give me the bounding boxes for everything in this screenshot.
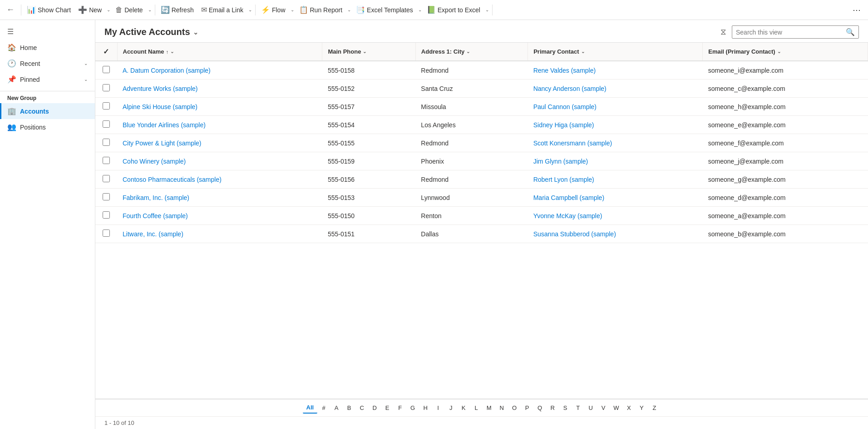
alpha-item-f[interactable]: F bbox=[394, 403, 406, 413]
alpha-item-q[interactable]: Q bbox=[533, 403, 546, 413]
table-row[interactable]: Alpine Ski House (sample) 555-0157 Misso… bbox=[95, 98, 868, 116]
row-checkbox-8[interactable] bbox=[103, 211, 110, 219]
filter-button[interactable]: ⧖ bbox=[719, 25, 728, 39]
account-name-cell[interactable]: Coho Winery (sample) bbox=[117, 152, 322, 170]
alpha-item-z[interactable]: Z bbox=[648, 403, 661, 413]
sidebar-item-pinned[interactable]: 📌 Pinned ⌄ bbox=[0, 71, 95, 87]
table-row[interactable]: Fabrikam, Inc. (sample) 555-0153 Lynnwoo… bbox=[95, 189, 868, 207]
more-options-button[interactable]: ⋯ bbox=[849, 3, 864, 17]
alpha-item-j[interactable]: J bbox=[444, 403, 457, 413]
primary-contact-cell[interactable]: Yvonne McKay (sample) bbox=[528, 207, 703, 225]
flow-button[interactable]: ⚡ Flow bbox=[257, 4, 289, 16]
alpha-item-v[interactable]: V bbox=[597, 403, 610, 413]
primary-contact-filter-icon[interactable]: ⌄ bbox=[581, 49, 585, 54]
sidebar-item-recent[interactable]: 🕐 Recent ⌄ bbox=[0, 55, 95, 71]
alpha-item-m[interactable]: M bbox=[483, 403, 495, 413]
row-checkbox-1[interactable] bbox=[103, 84, 110, 91]
new-dropdown-chevron[interactable]: ⌄ bbox=[105, 5, 112, 14]
primary-contact-column-header[interactable]: Primary Contact ⌄ bbox=[528, 43, 703, 61]
new-button[interactable]: ➕ New bbox=[74, 4, 105, 16]
table-row[interactable]: Contoso Pharmaceuticals (sample) 555-015… bbox=[95, 170, 868, 189]
row-checkbox-3[interactable] bbox=[103, 120, 110, 128]
alpha-item-w[interactable]: W bbox=[610, 403, 622, 413]
account-name-cell[interactable]: Fourth Coffee (sample) bbox=[117, 207, 322, 225]
table-row[interactable]: City Power & Light (sample) 555-0155 Red… bbox=[95, 134, 868, 152]
alpha-item-e[interactable]: E bbox=[381, 403, 394, 413]
account-name-cell[interactable]: Litware, Inc. (sample) bbox=[117, 225, 322, 243]
row-checkbox-9[interactable] bbox=[103, 229, 110, 237]
alpha-item-o[interactable]: O bbox=[508, 403, 521, 413]
show-chart-button[interactable]: 📊 Show Chart bbox=[23, 4, 74, 16]
primary-contact-cell[interactable]: Maria Campbell (sample) bbox=[528, 189, 703, 207]
primary-contact-cell[interactable]: Sidney Higa (sample) bbox=[528, 116, 703, 134]
excel-templates-dropdown-chevron[interactable]: ⌄ bbox=[417, 5, 423, 14]
sidebar-item-home[interactable]: 🏠 Home bbox=[0, 40, 95, 55]
row-checkbox-2[interactable] bbox=[103, 102, 110, 110]
run-report-dropdown-chevron[interactable]: ⌄ bbox=[346, 5, 352, 14]
alpha-item-all[interactable]: All bbox=[303, 402, 318, 414]
back-button[interactable]: ← bbox=[4, 3, 17, 16]
primary-contact-cell[interactable]: Robert Lyon (sample) bbox=[528, 170, 703, 189]
alpha-item-l[interactable]: L bbox=[470, 403, 483, 413]
table-row[interactable]: Fourth Coffee (sample) 555-0150 Renton Y… bbox=[95, 207, 868, 225]
select-all-checkmark[interactable]: ✓ bbox=[103, 47, 109, 56]
table-row[interactable]: Coho Winery (sample) 555-0159 Phoenix Ji… bbox=[95, 152, 868, 170]
email-link-button[interactable]: ✉ Email a Link bbox=[197, 4, 247, 16]
flow-dropdown-chevron[interactable]: ⌄ bbox=[289, 5, 296, 14]
alpha-item-b[interactable]: B bbox=[343, 403, 355, 413]
delete-button[interactable]: 🗑 Delete bbox=[112, 4, 146, 16]
primary-contact-cell[interactable]: Rene Valdes (sample) bbox=[528, 61, 703, 80]
email-column-header[interactable]: Email (Primary Contact) ⌄ bbox=[703, 43, 868, 61]
alpha-item-c[interactable]: C bbox=[355, 403, 368, 413]
main-phone-column-header[interactable]: Main Phone ⌄ bbox=[322, 43, 415, 61]
account-name-column-header[interactable]: Account Name ↑ ⌄ bbox=[117, 43, 322, 61]
primary-contact-cell[interactable]: Susanna Stubberod (sample) bbox=[528, 225, 703, 243]
primary-contact-cell[interactable]: Jim Glynn (sample) bbox=[528, 152, 703, 170]
alpha-item-n[interactable]: N bbox=[495, 403, 508, 413]
row-checkbox-4[interactable] bbox=[103, 139, 110, 146]
alpha-item-x[interactable]: X bbox=[622, 403, 635, 413]
alpha-item-i[interactable]: I bbox=[432, 403, 444, 413]
alpha-item-g[interactable]: G bbox=[406, 403, 419, 413]
account-name-cell[interactable]: City Power & Light (sample) bbox=[117, 134, 322, 152]
account-name-filter-icon[interactable]: ⌄ bbox=[170, 49, 174, 54]
alpha-item-h[interactable]: H bbox=[419, 403, 432, 413]
alpha-item-d[interactable]: D bbox=[368, 403, 381, 413]
table-row[interactable]: Litware, Inc. (sample) 555-0151 Dallas S… bbox=[95, 225, 868, 243]
row-checkbox-6[interactable] bbox=[103, 175, 110, 182]
account-name-cell[interactable]: Blue Yonder Airlines (sample) bbox=[117, 116, 322, 134]
city-filter-icon[interactable]: ⌄ bbox=[466, 49, 470, 54]
account-name-cell[interactable]: Adventure Works (sample) bbox=[117, 80, 322, 98]
primary-contact-cell[interactable]: Scott Konersmann (sample) bbox=[528, 134, 703, 152]
sidebar-item-accounts[interactable]: 🏢 Accounts bbox=[0, 103, 95, 119]
alpha-item-a[interactable]: A bbox=[330, 403, 343, 413]
main-phone-filter-icon[interactable]: ⌄ bbox=[363, 49, 366, 54]
email-filter-icon[interactable]: ⌄ bbox=[777, 49, 781, 54]
excel-templates-button[interactable]: 📑 Excel Templates bbox=[352, 4, 417, 16]
alpha-item-p[interactable]: P bbox=[521, 403, 533, 413]
account-name-cell[interactable]: A. Datum Corporation (sample) bbox=[117, 61, 322, 80]
table-row[interactable]: A. Datum Corporation (sample) 555-0158 R… bbox=[95, 61, 868, 80]
email-dropdown-chevron[interactable]: ⌄ bbox=[247, 5, 253, 14]
hamburger-menu[interactable]: ☰ bbox=[0, 24, 95, 40]
alpha-item-s[interactable]: S bbox=[559, 403, 572, 413]
search-input[interactable] bbox=[736, 29, 846, 36]
account-name-cell[interactable]: Fabrikam, Inc. (sample) bbox=[117, 189, 322, 207]
alpha-item-y[interactable]: Y bbox=[635, 403, 648, 413]
city-column-header[interactable]: Address 1: City ⌄ bbox=[415, 43, 528, 61]
refresh-button[interactable]: 🔄 Refresh bbox=[157, 4, 197, 16]
row-checkbox-5[interactable] bbox=[103, 157, 110, 164]
row-checkbox-7[interactable] bbox=[103, 193, 110, 200]
export-excel-button[interactable]: 📗 Export to Excel bbox=[423, 4, 484, 16]
primary-contact-cell[interactable]: Nancy Anderson (sample) bbox=[528, 80, 703, 98]
view-title-chevron-icon[interactable]: ⌄ bbox=[193, 29, 198, 36]
run-report-button[interactable]: 📋 Run Report bbox=[296, 4, 346, 16]
account-name-cell[interactable]: Alpine Ski House (sample) bbox=[117, 98, 322, 116]
row-checkbox-0[interactable] bbox=[103, 66, 110, 73]
alpha-item-u[interactable]: U bbox=[584, 403, 597, 413]
account-name-cell[interactable]: Contoso Pharmaceuticals (sample) bbox=[117, 170, 322, 189]
primary-contact-cell[interactable]: Paul Cannon (sample) bbox=[528, 98, 703, 116]
alpha-item-#[interactable]: # bbox=[317, 403, 330, 413]
sidebar-item-positions[interactable]: 👥 Positions bbox=[0, 119, 95, 135]
alpha-item-r[interactable]: R bbox=[546, 403, 559, 413]
